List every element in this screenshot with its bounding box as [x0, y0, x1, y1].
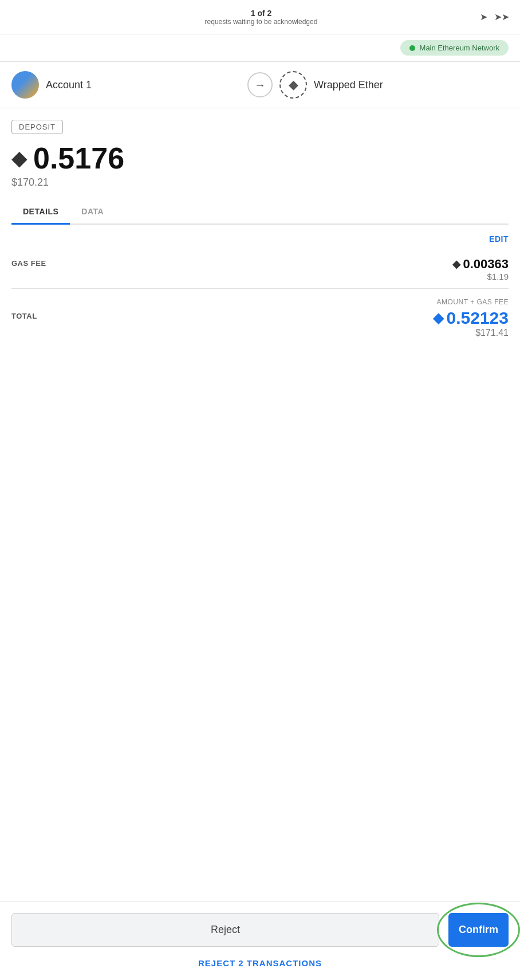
- token-name: Wrapped Ether: [314, 79, 509, 91]
- amount-row: ◆ 0.5176: [11, 143, 509, 173]
- avatar: [11, 71, 39, 99]
- reject-all-link-container: REJECT 2 TRANSACTIONS: [11, 956, 509, 969]
- total-eth-row: ◆ 0.52123: [433, 308, 509, 328]
- reject-button[interactable]: Reject: [11, 913, 439, 947]
- total-values: AMOUNT + GAS FEE ◆ 0.52123 $171.41: [433, 298, 509, 338]
- app-container: 1 of 2 requests waiting to be acknowledg…: [0, 0, 520, 980]
- gas-fee-row: GAS FEE ◆ 0.00363 $1.19: [11, 250, 509, 289]
- tab-details[interactable]: DETAILS: [11, 200, 70, 225]
- main-content: DEPOSIT ◆ 0.5176 $170.21 DETAILS DATA ED…: [0, 108, 520, 614]
- nav-arrows: ➤ ➤➤: [476, 10, 509, 24]
- total-eth-icon: ◆: [433, 310, 443, 326]
- direction-arrow-icon: →: [247, 72, 273, 97]
- edit-link-container: EDIT: [11, 234, 509, 244]
- eth-icon-large: ◆: [11, 146, 27, 170]
- total-sublabel: AMOUNT + GAS FEE: [433, 298, 509, 306]
- edit-link[interactable]: EDIT: [489, 234, 509, 244]
- reject-all-link[interactable]: REJECT 2 TRANSACTIONS: [198, 958, 322, 968]
- gas-fee-usd: $1.19: [452, 272, 509, 281]
- spacer: [0, 614, 520, 901]
- confirm-button[interactable]: Confirm: [448, 913, 509, 947]
- tabs: DETAILS DATA: [11, 200, 509, 225]
- action-buttons: Reject Confirm: [11, 913, 509, 947]
- total-row: TOTAL AMOUNT + GAS FEE ◆ 0.52123 $171.41: [11, 289, 509, 347]
- token-icon: ◆: [279, 71, 307, 99]
- network-bar: Main Ethereum Network: [0, 34, 520, 62]
- transaction-type-badge: DEPOSIT: [11, 120, 63, 134]
- skip-all-arrow[interactable]: ➤➤: [495, 10, 509, 24]
- amount-value: 0.5176: [33, 143, 124, 173]
- requests-count: 1 of 2: [251, 9, 272, 18]
- eth-diamond-icon: ◆: [289, 77, 298, 92]
- gas-fee-eth-row: ◆ 0.00363: [452, 257, 509, 272]
- requests-info: 1 of 2 requests waiting to be acknowledg…: [46, 9, 476, 26]
- gas-fee-values: ◆ 0.00363 $1.19: [452, 257, 509, 281]
- total-label: TOTAL: [11, 298, 37, 320]
- details-section: EDIT GAS FEE ◆ 0.00363 $1.19 TOTAL AMOUN…: [11, 225, 509, 356]
- top-bar: 1 of 2 requests waiting to be acknowledg…: [0, 0, 520, 34]
- next-request-arrow[interactable]: ➤: [476, 10, 490, 24]
- account-name: Account 1: [46, 79, 241, 91]
- bottom-actions: Reject Confirm REJECT 2 TRANSACTIONS: [0, 901, 520, 980]
- network-label: Main Ethereum Network: [420, 44, 499, 52]
- account-row: Account 1 → ◆ Wrapped Ether: [0, 62, 520, 108]
- confirm-highlight: Confirm: [448, 913, 509, 947]
- amount-usd: $170.21: [11, 177, 509, 189]
- gas-fee-label: GAS FEE: [11, 257, 46, 268]
- network-badge: Main Ethereum Network: [400, 40, 509, 56]
- network-dot: [409, 45, 415, 51]
- gas-fee-eth: 0.00363: [463, 257, 509, 272]
- tab-data[interactable]: DATA: [70, 200, 115, 225]
- fee-eth-icon: ◆: [452, 258, 460, 271]
- total-usd: $171.41: [433, 328, 509, 338]
- requests-label: requests waiting to be acknowledged: [205, 18, 318, 26]
- total-eth: 0.52123: [447, 308, 509, 328]
